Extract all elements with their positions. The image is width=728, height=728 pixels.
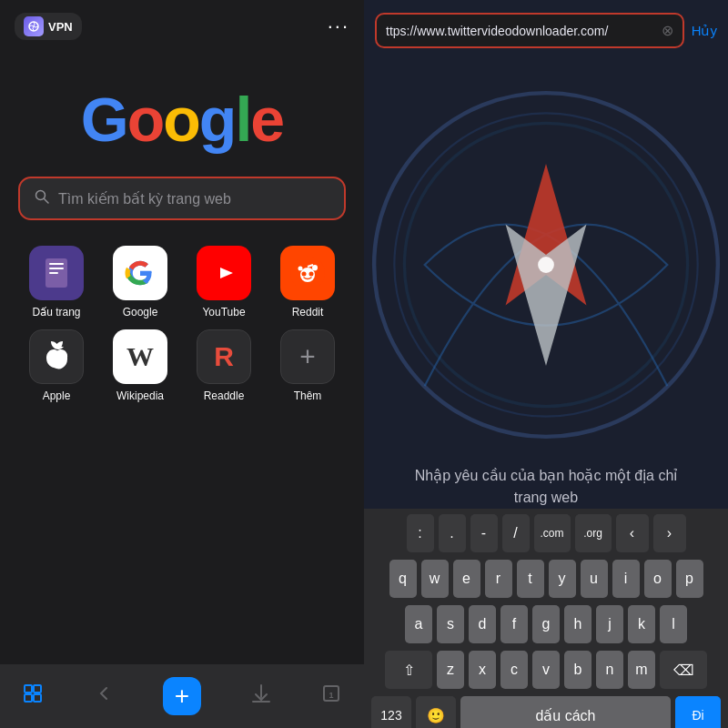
shortcut-more-label: Thêm — [294, 389, 322, 402]
cancel-button[interactable]: Hủy — [692, 23, 717, 39]
key-slash[interactable]: / — [502, 514, 530, 552]
key-p[interactable]: p — [676, 560, 703, 598]
wikipedia-icon: W — [113, 329, 167, 384]
shortcut-youtube-label: YouTube — [202, 306, 245, 318]
svg-line-2 — [45, 199, 49, 204]
url-bar[interactable]: ttps://www.twittervideodownloader.com/ ⊗ — [375, 13, 684, 48]
key-u[interactable]: u — [581, 560, 608, 598]
key-f[interactable]: f — [500, 605, 528, 643]
key-n[interactable]: n — [596, 651, 623, 689]
shortcut-reddit[interactable]: Reddit — [269, 246, 346, 318]
readdle-icon: R — [197, 329, 251, 384]
keyboard-row-2: a s d f g h j k l — [368, 605, 724, 643]
key-y[interactable]: y — [549, 560, 576, 598]
key-shift[interactable]: ⇧ — [385, 651, 432, 689]
key-go[interactable]: Đi — [675, 696, 721, 728]
key-backspace[interactable]: ⌫ — [660, 651, 707, 689]
svg-rect-16 — [34, 694, 41, 702]
key-dotorg[interactable]: .org — [575, 514, 612, 552]
key-m[interactable]: m — [628, 651, 655, 689]
key-d[interactable]: d — [469, 605, 496, 643]
google-icon — [113, 246, 167, 300]
reddit-icon — [280, 246, 335, 300]
key-right[interactable]: › — [653, 514, 686, 552]
key-c[interactable]: c — [500, 651, 528, 689]
key-dash[interactable]: - — [470, 514, 498, 552]
shortcut-reddit-label: Reddit — [292, 306, 324, 318]
vpn-badge[interactable]: VPN — [15, 13, 82, 40]
svg-rect-15 — [25, 694, 32, 702]
key-colon[interactable]: : — [407, 514, 434, 552]
youtube-icon — [197, 246, 251, 300]
key-123[interactable]: 123 — [371, 696, 411, 728]
vpn-icon — [24, 16, 44, 36]
prompt-text: Nhập yêu cầu của bạn hoặc một địa chỉ tr… — [364, 465, 728, 509]
key-z[interactable]: z — [437, 651, 464, 689]
key-r[interactable]: r — [485, 560, 512, 598]
key-g[interactable]: g — [532, 605, 560, 643]
key-j[interactable]: j — [596, 605, 623, 643]
more-icon: + — [280, 329, 335, 384]
shortcut-bookmark[interactable]: Dấu trang — [18, 246, 95, 318]
key-s[interactable]: s — [437, 605, 464, 643]
keyboard-url-row: : . - / .com .org ‹ › — [368, 514, 724, 552]
keyboard-row-3: ⇧ z x c v b n m ⌫ — [368, 651, 724, 689]
key-dotcom[interactable]: .com — [534, 514, 571, 552]
shortcut-apple-label: Apple — [43, 389, 71, 402]
left-bottom-toolbar: + 1 — [0, 664, 364, 728]
back-button[interactable] — [93, 682, 115, 710]
safari-logo — [364, 83, 728, 447]
apple-icon — [29, 329, 84, 384]
shortcuts-grid: Dấu trang Google — [18, 246, 346, 402]
left-header: VPN ··· — [0, 0, 364, 47]
shortcut-readdle-label: Readdle — [204, 389, 245, 402]
key-x[interactable]: x — [469, 651, 496, 689]
right-header: ttps://www.twittervideodownloader.com/ ⊗… — [364, 0, 728, 56]
bookmarks-button[interactable] — [22, 682, 44, 710]
browser-content: Nhập yêu cầu của bạn hoặc một địa chỉ tr… — [364, 56, 728, 509]
key-h[interactable]: h — [564, 605, 592, 643]
key-k[interactable]: k — [628, 605, 655, 643]
add-tab-button[interactable]: + — [163, 677, 201, 715]
key-dot[interactable]: . — [439, 514, 466, 552]
svg-point-25 — [538, 257, 554, 273]
svg-rect-13 — [25, 685, 32, 693]
key-b[interactable]: b — [564, 651, 592, 689]
url-text: ttps://www.twittervideodownloader.com/ — [386, 24, 608, 38]
key-left[interactable]: ‹ — [616, 514, 649, 552]
key-emoji[interactable]: 🙂 — [416, 696, 456, 728]
left-panel: VPN ··· Google Tìm kiếm bất kỳ trang web… — [0, 0, 364, 728]
shortcut-readdle[interactable]: R Readdle — [186, 329, 262, 402]
keyboard-bottom-row: 123 🙂 dấu cách Đi — [368, 696, 724, 728]
key-w[interactable]: w — [421, 560, 449, 598]
tabs-button[interactable]: 1 — [320, 682, 342, 710]
shortcut-more[interactable]: + Thêm — [269, 329, 346, 402]
key-e[interactable]: e — [453, 560, 480, 598]
key-space[interactable]: dấu cách — [460, 696, 671, 728]
google-logo: Google — [81, 84, 283, 155]
url-clear-icon[interactable]: ⊗ — [662, 22, 673, 39]
shortcut-apple[interactable]: Apple — [18, 329, 95, 402]
vpn-label: VPN — [48, 20, 73, 34]
shortcut-google-label: Google — [123, 306, 158, 318]
bookmark-icon — [29, 246, 84, 300]
download-button[interactable] — [250, 682, 272, 710]
search-bar[interactable]: Tìm kiếm bất kỳ trang web — [18, 177, 346, 220]
svg-point-11 — [298, 267, 303, 271]
key-o[interactable]: o — [644, 560, 672, 598]
key-l[interactable]: l — [660, 605, 687, 643]
key-t[interactable]: t — [517, 560, 544, 598]
key-q[interactable]: q — [389, 560, 417, 598]
right-panel: ttps://www.twittervideodownloader.com/ ⊗… — [364, 0, 728, 728]
key-a[interactable]: a — [405, 605, 432, 643]
shortcut-wikipedia[interactable]: W Wikipedia — [102, 329, 178, 402]
more-button[interactable]: ··· — [328, 15, 349, 38]
search-icon — [35, 189, 49, 207]
key-i[interactable]: i — [612, 560, 640, 598]
key-v[interactable]: v — [532, 651, 560, 689]
shortcut-google[interactable]: Google — [102, 246, 178, 318]
shortcut-youtube[interactable]: YouTube — [186, 246, 262, 318]
shortcut-wikipedia-label: Wikipedia — [116, 389, 164, 402]
search-placeholder-text: Tìm kiếm bất kỳ trang web — [58, 190, 231, 207]
svg-point-8 — [302, 272, 307, 277]
